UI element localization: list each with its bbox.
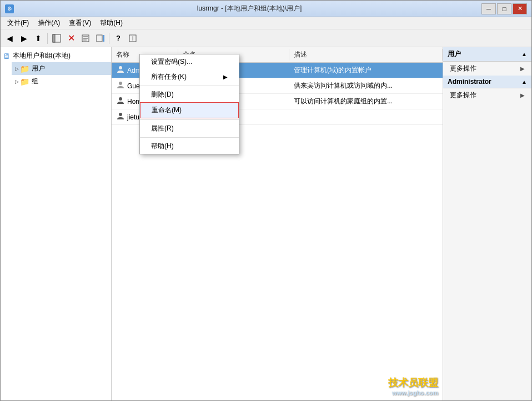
ctx-delete[interactable]: 删除(D) [140, 87, 239, 102]
tree-root[interactable]: 🖥 本地用户和组(本地) [1, 49, 111, 62]
action-more-admin[interactable]: 更多操作 ▶ [443, 88, 531, 102]
action-more-users-arrow: ▶ [520, 66, 525, 72]
watermark-main: 技术员联盟 [388, 376, 438, 389]
svg-point-10 [119, 66, 122, 69]
menu-file[interactable]: 文件(F) [3, 17, 33, 29]
back-button[interactable]: ◀ [3, 32, 16, 45]
delete-button[interactable]: ✕ [64, 32, 78, 45]
expand-icon-group: ▷ [15, 79, 19, 84]
menu-view[interactable]: 查看(V) [64, 17, 96, 29]
left-panel: 🖥 本地用户和组(本地) ▷ 📁 用户 ▷ 📁 组 [1, 47, 112, 400]
main-window: ⚙ lusrmgr - [本地用户和组(本地)\用户] ─ □ ✕ 文件(F) … [0, 0, 532, 401]
svg-rect-1 [53, 34, 55, 42]
tree-children: ▷ 📁 用户 ▷ 📁 组 [1, 62, 111, 88]
action-more-admin-label: 更多操作 [450, 91, 476, 100]
ctx-set-password[interactable]: 设置密码(S)... [140, 54, 239, 69]
tree-item-users[interactable]: ▷ 📁 用户 [12, 62, 111, 75]
row-desc-1: 供来宾访问计算机或访问域的内... [289, 80, 443, 92]
svg-rect-6 [97, 35, 102, 42]
forward-button[interactable]: ▶ [17, 32, 31, 45]
right-panel: 用户 ▲ 更多操作 ▶ Administrator ▲ 更多操作 ▶ [443, 47, 531, 400]
main-area: 🖥 本地用户和组(本地) ▷ 📁 用户 ▷ 📁 组 名称 [1, 47, 531, 400]
ctx-all-tasks[interactable]: 所有任务(K) ▶ [140, 69, 239, 84]
action-more-admin-arrow: ▶ [520, 92, 525, 98]
svg-text:i: i [132, 36, 133, 42]
row-desc-3 [289, 116, 443, 118]
toolbar-sep1 [47, 33, 48, 44]
svg-point-12 [119, 97, 122, 101]
close-button[interactable]: ✕ [513, 3, 527, 14]
menu-help[interactable]: 帮助(H) [96, 17, 127, 29]
action-section-users: 用户 ▲ [443, 47, 531, 62]
watermark-sub: www.jsgho.com [388, 389, 438, 396]
help-button[interactable]: ? [112, 32, 125, 45]
action-title-users: 用户 [448, 49, 461, 59]
watermark: 技术员联盟 www.jsgho.com [388, 376, 438, 396]
app-icon: ⚙ [5, 4, 14, 13]
action-section-admin: Administrator ▲ [443, 76, 531, 88]
svg-point-13 [119, 113, 122, 116]
title-bar: ⚙ lusrmgr - [本地用户和组(本地)\用户] ─ □ ✕ [1, 1, 531, 17]
show-hide-button[interactable] [50, 32, 63, 45]
submenu-arrow: ▶ [223, 74, 228, 80]
toolbar-sep2 [109, 33, 109, 44]
minimize-button[interactable]: ─ [481, 3, 496, 14]
action-more-users-label: 更多操作 [450, 64, 476, 73]
center-panel: 名称 全名 描述 Administr... 管理计算机(域)的内置帐户 [112, 47, 443, 400]
user-icon-1 [116, 81, 125, 91]
users-folder-icon: 📁 [20, 64, 29, 73]
computer-icon: 🖥 [3, 52, 11, 61]
action-title-admin: Administrator [448, 78, 491, 86]
col-header-desc: 描述 [289, 49, 443, 61]
action-more-users[interactable]: 更多操作 ▶ [443, 62, 531, 76]
menu-bar: 文件(F) 操作(A) 查看(V) 帮助(H) [1, 17, 531, 29]
ctx-properties[interactable]: 属性(R) [140, 121, 239, 136]
action-title-arrow: ▲ [521, 51, 527, 57]
row-desc-0: 管理计算机(域)的内置帐户 [289, 64, 443, 76]
ctx-rename[interactable]: 重命名(M) [140, 102, 239, 118]
ctx-help[interactable]: 帮助(H) [140, 139, 239, 154]
tree-item-groups-label: 组 [32, 77, 38, 86]
user-icon-3 [116, 112, 125, 122]
tree-root-label: 本地用户和组(本地) [13, 51, 71, 61]
row-desc-2: 可以访问计算机的家庭组的内置... [289, 96, 443, 107]
user-icon-2 [116, 96, 125, 107]
expand-icon: ▷ [15, 66, 19, 72]
groups-folder-icon: 📁 [20, 77, 29, 86]
window-controls: ─ □ ✕ [481, 3, 527, 14]
export-button[interactable] [93, 32, 107, 45]
ctx-sep3 [140, 137, 239, 138]
properties-button[interactable] [79, 32, 92, 45]
toolbar: ◀ ▶ ⬆ ✕ ? [1, 29, 531, 47]
action-admin-arrow: ▲ [521, 79, 527, 85]
ctx-sep2 [140, 119, 239, 120]
context-menu: 设置密码(S)... 所有任务(K) ▶ 删除(D) 重命名(M) 属性(R) … [139, 54, 239, 154]
svg-rect-7 [103, 35, 104, 42]
tree-item-users-label: 用户 [32, 64, 45, 73]
up-button[interactable]: ⬆ [32, 32, 45, 45]
menu-action[interactable]: 操作(A) [33, 17, 64, 29]
user-icon-0 [116, 65, 125, 76]
svg-point-11 [119, 82, 122, 85]
row-name-text-3: jietu [127, 113, 139, 121]
ctx-sep1 [140, 86, 239, 86]
info-button[interactable]: i [126, 32, 139, 45]
window-title: lusrmgr - [本地用户和组(本地)\用户] [17, 4, 481, 13]
tree-item-groups[interactable]: ▷ 📁 组 [12, 75, 111, 88]
maximize-button[interactable]: □ [497, 3, 511, 14]
